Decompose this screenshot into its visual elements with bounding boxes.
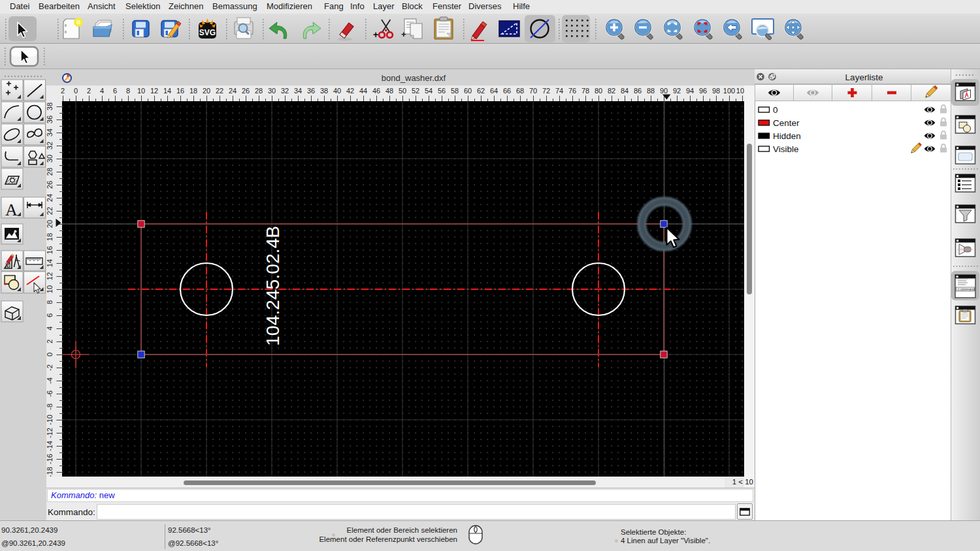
svg-text:18: 18 — [189, 87, 197, 95]
svg-text:98: 98 — [712, 87, 720, 95]
svg-text:4: 4 — [46, 326, 54, 330]
svg-text:Center: Center — [773, 118, 800, 128]
svg-text:34: 34 — [294, 87, 302, 95]
svg-text:30: 30 — [46, 155, 54, 163]
svg-text:40: 40 — [333, 87, 341, 95]
svg-text:104.245.02.4B: 104.245.02.4B — [262, 226, 283, 346]
svg-text:50: 50 — [399, 87, 406, 95]
svg-text:22: 22 — [216, 87, 223, 95]
svg-text:14: 14 — [46, 259, 54, 267]
svg-text:62: 62 — [477, 87, 485, 95]
svg-text:8: 8 — [126, 87, 130, 95]
svg-text:64: 64 — [490, 87, 498, 95]
svg-text:38: 38 — [46, 102, 54, 110]
svg-text:2: 2 — [61, 87, 65, 95]
svg-text:-10: -10 — [46, 415, 54, 425]
svg-text:A: A — [5, 200, 18, 219]
svg-text:2: 2 — [87, 87, 91, 95]
svg-text:12: 12 — [46, 272, 54, 280]
svg-text:10: 10 — [137, 87, 145, 95]
svg-text:54: 54 — [425, 87, 433, 95]
svg-text:24: 24 — [46, 194, 54, 202]
svg-text:36: 36 — [46, 116, 54, 123]
svg-text:92: 92 — [673, 87, 681, 95]
svg-text:60: 60 — [464, 87, 472, 95]
svg-text:52: 52 — [412, 87, 419, 95]
svg-text:+: + — [401, 29, 406, 39]
svg-text:+: + — [373, 29, 378, 40]
svg-text:10: 10 — [46, 285, 54, 293]
svg-text:12: 12 — [150, 87, 158, 95]
svg-text:48: 48 — [385, 87, 393, 95]
svg-text:66: 66 — [503, 87, 511, 95]
svg-text:94: 94 — [686, 87, 694, 95]
svg-text:14: 14 — [163, 87, 171, 95]
svg-text:6: 6 — [46, 313, 54, 317]
svg-text:32: 32 — [281, 87, 289, 95]
svg-text:Visible: Visible — [773, 144, 799, 154]
svg-text:84: 84 — [621, 87, 629, 95]
svg-text:0: 0 — [46, 353, 54, 356]
svg-text:74: 74 — [555, 87, 563, 95]
svg-text:8: 8 — [46, 300, 54, 304]
svg-text:68: 68 — [516, 87, 524, 95]
svg-text:90: 90 — [660, 87, 668, 95]
svg-text:26: 26 — [46, 181, 54, 189]
svg-text:16: 16 — [176, 87, 184, 95]
svg-text:2: 2 — [46, 339, 54, 343]
svg-text:SVG: SVG — [199, 28, 216, 37]
svg-text:6: 6 — [113, 87, 117, 95]
svg-text:100: 100 — [723, 87, 735, 95]
svg-text:42: 42 — [346, 87, 354, 95]
svg-text:-6: -6 — [46, 390, 54, 397]
svg-text:44: 44 — [359, 87, 367, 95]
svg-text:-14: -14 — [46, 441, 54, 451]
svg-text:-12: -12 — [46, 428, 54, 438]
svg-text:32: 32 — [46, 142, 54, 150]
svg-text:102: 102 — [736, 87, 744, 95]
svg-text:76: 76 — [568, 87, 576, 95]
svg-text:58: 58 — [451, 87, 459, 95]
svg-text:c command: c command — [958, 287, 975, 291]
svg-text:34: 34 — [46, 129, 54, 136]
svg-text:22: 22 — [46, 207, 54, 215]
svg-text:18: 18 — [46, 233, 54, 241]
svg-text:-8: -8 — [46, 403, 54, 410]
svg-text:24: 24 — [229, 87, 237, 95]
svg-text:0: 0 — [74, 87, 78, 95]
svg-text:-4: -4 — [46, 377, 54, 384]
svg-text:86: 86 — [634, 87, 642, 95]
svg-text:-16: -16 — [46, 454, 54, 464]
svg-text:72: 72 — [542, 87, 550, 95]
svg-text:36: 36 — [307, 87, 315, 95]
svg-text:70: 70 — [529, 87, 537, 95]
svg-text:Hidden: Hidden — [773, 131, 801, 141]
svg-text:20: 20 — [203, 87, 210, 95]
svg-text:28: 28 — [46, 168, 54, 176]
svg-text:28: 28 — [255, 87, 263, 95]
svg-text:20: 20 — [46, 220, 54, 228]
svg-text:88: 88 — [647, 87, 655, 95]
svg-text:46: 46 — [372, 87, 380, 95]
svg-text:0: 0 — [773, 105, 778, 115]
svg-text:16: 16 — [46, 246, 54, 254]
svg-text:56: 56 — [438, 87, 446, 95]
svg-text:82: 82 — [608, 87, 615, 95]
svg-text:78: 78 — [581, 87, 589, 95]
svg-text:96: 96 — [699, 87, 707, 95]
svg-text:38: 38 — [320, 87, 328, 95]
svg-text:80: 80 — [595, 87, 602, 95]
svg-text:30: 30 — [268, 87, 276, 95]
svg-text:4: 4 — [100, 87, 104, 95]
svg-text:-2: -2 — [46, 364, 54, 371]
svg-text:-18: -18 — [46, 467, 54, 477]
svg-text:26: 26 — [242, 87, 250, 95]
